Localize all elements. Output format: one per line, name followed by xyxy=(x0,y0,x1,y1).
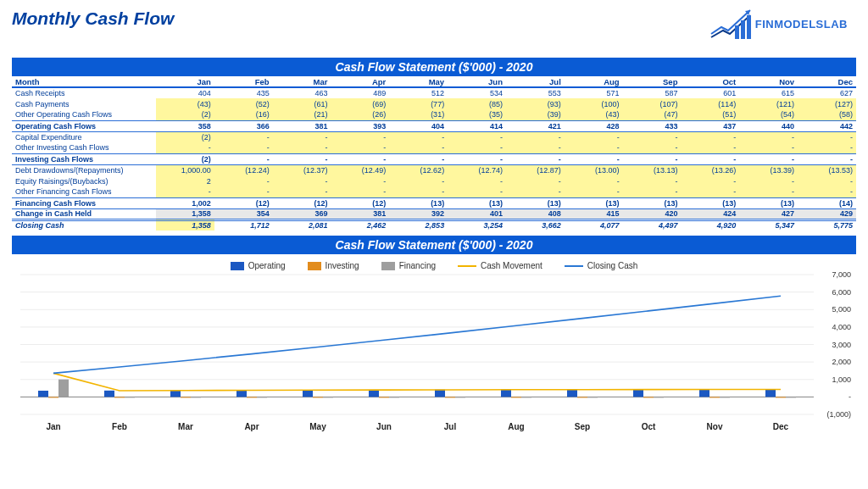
svg-rect-31 xyxy=(633,389,643,397)
cell: 381 xyxy=(331,208,389,219)
table-row: Change in Cash Held1,3583543693813924014… xyxy=(12,208,856,219)
cell: 369 xyxy=(273,208,331,219)
chart-legend: Operating Investing Financing Cash Movem… xyxy=(12,258,856,270)
legend-item-financing: Financing xyxy=(381,261,436,270)
cell: 392 xyxy=(389,208,448,219)
table-row: Operating Cash Flows35836638139340441442… xyxy=(12,120,856,131)
cell: - xyxy=(506,186,565,197)
cell: 414 xyxy=(448,120,506,131)
svg-rect-27 xyxy=(369,390,379,397)
cell: (13.00) xyxy=(565,164,623,175)
cell: - xyxy=(565,131,623,142)
cell: 1,358 xyxy=(156,219,214,231)
cell: - xyxy=(156,142,214,153)
cell: (69) xyxy=(331,98,389,109)
table-row: Other Financing Cash Flows------------ xyxy=(12,186,856,197)
svg-rect-25 xyxy=(236,390,247,397)
cell: 5,347 xyxy=(739,219,798,231)
cell: (12.24) xyxy=(214,164,273,175)
cell: 5,775 xyxy=(798,219,856,231)
brand-text: FINMODELSLAB xyxy=(755,18,848,31)
svg-text:2,000: 2,000 xyxy=(832,358,851,366)
svg-rect-45 xyxy=(776,397,786,397)
cell: 404 xyxy=(389,120,448,131)
svg-text:6,000: 6,000 xyxy=(832,288,851,297)
cell: 1,712 xyxy=(214,219,273,231)
header-month: Apr xyxy=(331,76,389,87)
row-label: Closing Cash xyxy=(12,219,156,231)
svg-text:Jan: Jan xyxy=(46,422,60,431)
svg-text:(1,000): (1,000) xyxy=(826,410,851,419)
cell: (85) xyxy=(448,98,506,109)
cell: - xyxy=(798,186,856,197)
svg-rect-37 xyxy=(247,397,257,397)
row-label: Cash Payments xyxy=(12,98,156,109)
svg-text:Sep: Sep xyxy=(575,422,590,431)
cell: (12.87) xyxy=(506,164,565,175)
chart-plot: (1,000)-1,0002,0003,0004,0005,0006,0007,… xyxy=(12,270,856,440)
header-month: Feb xyxy=(214,76,273,87)
svg-rect-33 xyxy=(765,389,776,397)
cell: 2 xyxy=(156,175,214,186)
cell: - xyxy=(273,186,331,197)
svg-text:1,000: 1,000 xyxy=(832,375,851,384)
cell: - xyxy=(623,142,682,153)
table-row: Investing Cash Flows(2)----------- xyxy=(12,153,856,164)
cell: 427 xyxy=(739,208,798,219)
cell: - xyxy=(739,153,798,164)
cell: 354 xyxy=(214,208,273,219)
svg-text:7,000: 7,000 xyxy=(832,270,851,279)
svg-rect-47 xyxy=(125,397,135,397)
cell: (14) xyxy=(798,197,856,208)
svg-rect-50 xyxy=(323,397,333,397)
svg-rect-41 xyxy=(511,397,521,397)
cell: (127) xyxy=(798,98,856,109)
cell: (13.13) xyxy=(623,164,682,175)
cell: 4,920 xyxy=(681,219,739,231)
cell: 381 xyxy=(273,120,331,131)
table-banner: Cash Flow Statement ($'000) - 2020 xyxy=(12,58,856,76)
row-label: Other Operating Cash Flows xyxy=(12,109,156,120)
cell: - xyxy=(214,186,273,197)
cell: - xyxy=(681,186,739,197)
header-month: Oct xyxy=(681,76,739,87)
cell: 571 xyxy=(565,87,623,98)
header-month: Jun xyxy=(448,76,506,87)
cell: - xyxy=(448,175,506,186)
cell: - xyxy=(739,131,798,142)
svg-text:Jun: Jun xyxy=(376,422,392,431)
svg-text:Aug: Aug xyxy=(508,422,524,431)
header-month: Aug xyxy=(565,76,623,87)
cell: - xyxy=(798,131,856,142)
cell: (12) xyxy=(331,197,389,208)
svg-rect-28 xyxy=(435,390,445,397)
cell: (77) xyxy=(389,98,448,109)
cell: - xyxy=(331,186,389,197)
cell: (43) xyxy=(156,98,214,109)
cell: - xyxy=(739,175,798,186)
svg-rect-42 xyxy=(577,397,587,397)
cell: (13.53) xyxy=(798,164,856,175)
legend-item-operating: Operating xyxy=(231,261,286,270)
cell: - xyxy=(681,131,739,142)
cell: (13.39) xyxy=(739,164,798,175)
cell: (31) xyxy=(389,109,448,120)
cell: - xyxy=(156,186,214,197)
cell: (2) xyxy=(156,109,214,120)
cell: (12) xyxy=(273,197,331,208)
cell: 4,497 xyxy=(623,219,682,231)
cell: (52) xyxy=(214,98,273,109)
table-row: Other Operating Cash Flows(2)(16)(21)(26… xyxy=(12,109,856,120)
cell: - xyxy=(623,131,682,142)
cell: - xyxy=(739,142,798,153)
cell: 437 xyxy=(681,120,739,131)
cashflow-chart: Operating Investing Financing Cash Movem… xyxy=(12,258,856,444)
cell: 2,462 xyxy=(331,219,389,231)
cell: - xyxy=(448,142,506,153)
table-row: Closing Cash1,3581,7122,0812,4622,8533,2… xyxy=(12,219,856,231)
svg-text:Oct: Oct xyxy=(642,422,656,431)
cell: (13) xyxy=(623,197,682,208)
cell: (93) xyxy=(506,98,565,109)
svg-rect-44 xyxy=(709,397,720,397)
header-month: Mar xyxy=(273,76,331,87)
